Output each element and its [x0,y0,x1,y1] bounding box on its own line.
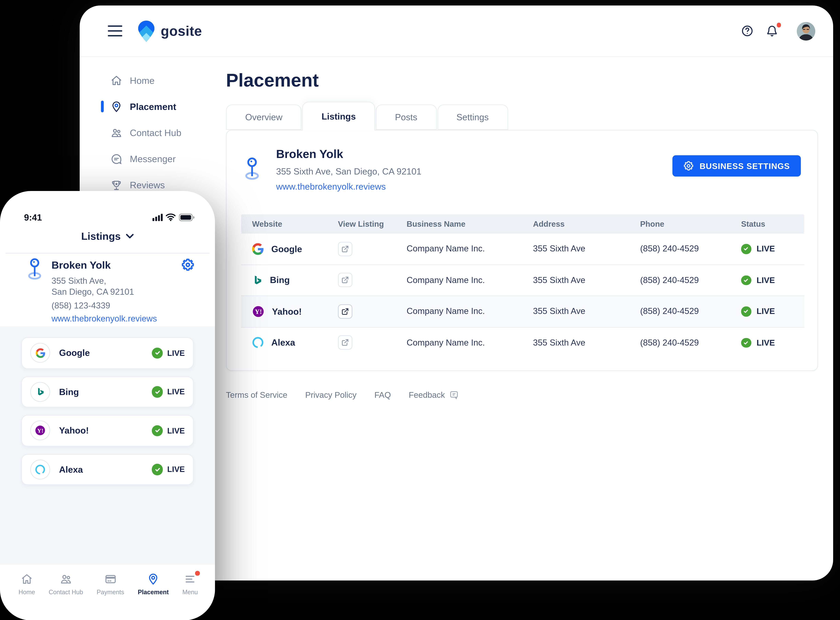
business-website-link[interactable]: www.thebrokenyolk.reviews [51,314,157,324]
status-bar-time: 9:41 [24,212,42,223]
business-address-line2: San Diego, CA 92101 [51,287,134,297]
sidebar-item-placement[interactable]: Placement [80,93,221,120]
main-content: Placement Overview Listings Posts Settin… [226,6,833,581]
external-link-icon [341,245,349,253]
tab-bar: Overview Listings Posts Settings [226,104,509,131]
col-phone: Phone [640,220,741,228]
footer-link-terms[interactable]: Terms of Service [226,390,287,400]
home-icon [21,573,33,585]
external-link-icon [341,308,349,315]
google-icon [252,243,264,255]
table-row-yahoo: Y! Yahoo! Company Name Inc. 355 Sixth Av… [241,295,804,327]
svg-text:Y!: Y! [255,308,262,315]
wifi-icon [165,213,176,221]
nav-item-menu[interactable]: Menu [182,573,198,620]
phone-listings-list: Google LIVE Bing LIVE [0,326,215,565]
list-item-bing[interactable]: Bing LIVE [21,376,194,407]
table-row-bing: Bing Company Name Inc. 355 Sixth Ave (85… [241,264,804,295]
business-name: Broken Yolk [51,259,111,271]
trophy-icon [111,179,122,191]
business-name: Broken Yolk [276,148,343,161]
external-link-icon [341,339,349,346]
list-item-alexa[interactable]: Alexa LIVE [21,454,194,485]
divider [6,253,209,253]
placement-pin-icon [111,101,122,112]
gosite-pin-icon [138,20,155,42]
sidebar-item-label: Reviews [130,180,165,190]
yahoo-icon: Y! [252,305,264,317]
tab-settings[interactable]: Settings [437,104,508,130]
status-badge: LIVE [741,306,804,316]
contacts-icon [111,127,122,138]
nav-item-placement[interactable]: Placement [138,573,168,620]
footer-link-privacy[interactable]: Privacy Policy [305,390,356,400]
business-website-link[interactable]: www.thebrokenyolk.reviews [276,181,386,192]
tab-overview[interactable]: Overview [226,104,302,130]
business-address: 355 Sixth Ave, San Diego, CA 92101 [276,166,421,176]
business-address-line1: 355 Sixth Ave, [51,276,106,286]
brand-name: gosite [161,23,202,39]
status-badge: LIVE [741,338,804,348]
col-business-name: Business Name [407,220,533,228]
phone-page-selector[interactable]: Listings [0,230,215,242]
footer: Terms of Service Privacy Policy FAQ Feed… [226,390,458,400]
status-bar-icons [152,213,195,221]
sidebar-item-messenger[interactable]: Messenger [80,146,221,172]
business-settings-gear-icon[interactable] [181,258,194,271]
business-location-icon [244,157,260,180]
battery-icon [179,213,195,221]
status-badge: LIVE [741,244,804,254]
active-indicator [101,101,104,112]
view-listing-button[interactable] [338,273,352,287]
status-badge: LIVE [741,275,804,285]
gear-icon [683,161,693,171]
footer-link-feedback[interactable]: Feedback [409,390,458,400]
table-header: Website View Listing Business Name Addre… [241,214,804,233]
status-badge: LIVE [152,347,185,359]
business-phone: (858) 123-4339 [51,301,110,310]
view-listing-button[interactable] [338,242,352,256]
nav-item-contact-hub[interactable]: Contact Hub [49,573,83,620]
credit-card-icon [104,573,117,585]
sidebar-item-label: Home [130,75,155,86]
sidebar-item-home[interactable]: Home [80,67,221,93]
bing-icon [30,382,50,402]
list-item-yahoo[interactable]: Y! Yahoo! LIVE [21,415,194,446]
view-listing-button[interactable] [338,304,352,319]
marketing-composite: gosite [0,0,840,620]
contacts-icon [60,573,72,585]
menu-notification-dot [195,571,200,575]
status-badge: LIVE [152,425,185,436]
tab-listings[interactable]: Listings [302,102,375,131]
chat-icon [111,153,122,164]
nav-item-home[interactable]: Home [18,573,35,620]
listings-panel: Broken Yolk 355 Sixth Ave, San Diego, CA… [226,130,818,371]
table-row-alexa: Alexa Company Name Inc. 355 Sixth Ave (8… [241,327,804,358]
business-settings-button[interactable]: BUSINESS SETTINGS [672,155,801,176]
col-address: Address [533,220,640,228]
list-item-google[interactable]: Google LIVE [21,337,194,369]
phone-mockup: 9:41 Listings [0,191,215,620]
external-link-icon [341,276,349,284]
feedback-bubble-icon [449,390,458,400]
page-title: Placement [226,70,319,91]
phone-bottom-nav: Home Contact Hub Payments [0,565,215,620]
table-row-google: Google Company Name Inc. 355 Sixth Ave (… [241,233,804,264]
tab-posts[interactable]: Posts [376,104,436,130]
alexa-icon [30,459,50,479]
view-listing-button[interactable] [338,336,352,350]
bing-icon [252,274,262,286]
footer-link-faq[interactable]: FAQ [374,390,391,400]
sidebar-item-contact-hub[interactable]: Contact Hub [80,120,221,146]
chevron-down-icon [126,233,134,239]
google-icon [30,343,50,363]
gosite-logo: gosite [138,20,202,42]
yahoo-icon: Y! [30,421,50,441]
cellular-signal-icon [152,213,163,221]
placement-pin-icon [147,573,159,585]
sidebar-item-label: Messenger [130,153,176,164]
col-website: Website [252,220,338,228]
sidebar: Home Placement Contact Hub [80,67,221,198]
nav-item-payments[interactable]: Payments [97,573,124,620]
hamburger-menu-icon[interactable] [108,25,122,36]
